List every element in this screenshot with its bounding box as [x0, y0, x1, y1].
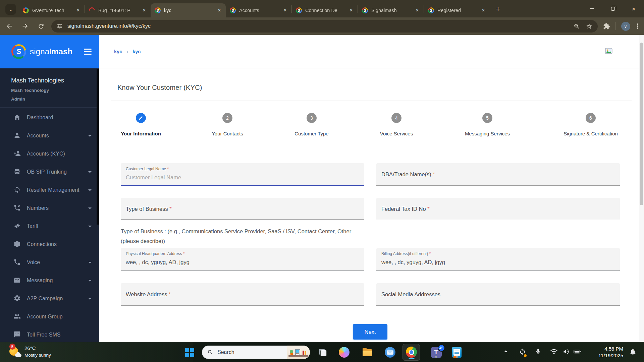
- browser-toolbar: signalmash.gventure.info/#/kyc/kyc v: [0, 17, 644, 35]
- site-settings-icon[interactable]: [57, 23, 63, 29]
- notepad-icon[interactable]: [451, 346, 463, 358]
- forward-button[interactable]: [19, 20, 32, 33]
- signalmash-favicon: [230, 7, 236, 13]
- browser-tab-signalmash[interactable]: Signalmash ×: [358, 3, 424, 17]
- tab-close-icon[interactable]: ×: [281, 7, 289, 14]
- sidebar-item-voice[interactable]: Voice: [0, 253, 99, 272]
- copilot-icon[interactable]: [338, 346, 350, 358]
- dba-trade-name-field[interactable]: DBA/Trade Name(s) *: [376, 163, 620, 186]
- sidebar-item-connections[interactable]: Connections: [0, 235, 99, 253]
- step-signature-certification[interactable]: 6 Signature & Certification: [552, 113, 629, 136]
- reload-button[interactable]: [35, 20, 47, 33]
- browser-tab-bug[interactable]: Bug #14601: P ×: [85, 3, 151, 17]
- sidebar-item-numbers[interactable]: Numbers: [0, 199, 99, 217]
- browser-tab-gventure[interactable]: GVenture Tech ×: [19, 3, 85, 17]
- chevron-down-icon: [88, 262, 92, 263]
- tray-wifi-icon[interactable]: [550, 348, 557, 357]
- tab-close-icon[interactable]: ×: [347, 7, 355, 14]
- browser-tab-accounts[interactable]: Accounts ×: [226, 3, 291, 17]
- profile-avatar[interactable]: v: [621, 22, 630, 31]
- sidebar-scrollbar-thumb[interactable]: [97, 69, 99, 225]
- tab-close-icon[interactable]: ×: [216, 7, 223, 14]
- taskbar-clock[interactable]: 4:56 PM 11/19/2025: [598, 346, 623, 359]
- breadcrumb-item[interactable]: kyc: [132, 49, 141, 54]
- billing-address-value: wee, , dc, yguyg, AD, jgyg: [381, 259, 445, 265]
- customer-legal-name-field[interactable]: Customer Legal Name * Customer Legal Nam…: [121, 163, 364, 186]
- notification-bell-icon[interactable]: zz: [629, 348, 637, 357]
- tab-close-icon[interactable]: ×: [141, 7, 148, 14]
- sidebar-item-ob-sip-trunking[interactable]: OB SIP Trunking: [0, 163, 99, 181]
- step-your-contacts[interactable]: 2 Your Contacts: [189, 113, 266, 136]
- minimize-button[interactable]: [582, 0, 602, 17]
- browser-menu-icon[interactable]: [636, 22, 639, 30]
- teams-icon[interactable]: T45: [430, 346, 442, 358]
- tab-close-icon[interactable]: ×: [74, 7, 82, 14]
- step-your-information[interactable]: Your Information: [102, 113, 179, 136]
- content-header: kyc › kyc: [99, 35, 639, 68]
- page-scrollbar[interactable]: [639, 35, 644, 342]
- start-button[interactable]: [185, 348, 194, 357]
- profile-image-icon[interactable]: [605, 47, 613, 56]
- browser-tab-connection[interactable]: Connection De ×: [292, 3, 358, 17]
- tab-close-icon[interactable]: ×: [414, 7, 421, 14]
- website-address-field[interactable]: Website Address *: [121, 283, 364, 306]
- tray-microphone-icon[interactable]: [535, 348, 541, 356]
- restore-button[interactable]: [602, 0, 623, 17]
- sidebar-item-accounts[interactable]: Accounts: [0, 127, 99, 145]
- file-explorer-icon[interactable]: [361, 346, 373, 358]
- tray-chevron-up-icon[interactable]: [502, 348, 509, 356]
- thunderbird-icon[interactable]: [384, 346, 396, 358]
- type-of-business-field[interactable]: Type of Business *: [121, 198, 364, 220]
- new-tab-button[interactable]: +: [493, 4, 503, 14]
- sidebar-item-toll-free-sms[interactable]: Toll Free SMS: [0, 326, 99, 342]
- hamburger-menu-icon[interactable]: [84, 49, 92, 55]
- federal-tax-id-field[interactable]: Federal Tax ID No *: [376, 198, 620, 220]
- social-media-addresses-field[interactable]: Social Media Addresses: [376, 283, 620, 306]
- next-button[interactable]: Next: [353, 324, 387, 340]
- weather-badge: 5: [9, 344, 15, 350]
- sidebar-divider: [0, 107, 99, 108]
- browser-tab-registered[interactable]: Registered ×: [424, 3, 490, 17]
- zoom-out-icon[interactable]: [574, 23, 580, 29]
- title-divider: [111, 101, 632, 101]
- back-button[interactable]: [3, 20, 16, 33]
- task-view-button[interactable]: [317, 346, 329, 358]
- address-bar[interactable]: signalmash.gventure.info/#/kyc/kyc: [51, 20, 598, 33]
- billing-address-field[interactable]: Billing Address(if different) * wee, , d…: [376, 248, 620, 270]
- tab-search-button[interactable]: ⌄: [5, 4, 16, 15]
- sync-icon: [13, 186, 21, 194]
- weather-temp: 26°C: [24, 345, 51, 351]
- extensions-icon[interactable]: [603, 23, 610, 30]
- sidebar-item-messaging[interactable]: Messaging: [0, 272, 99, 290]
- sidebar-item-a2p-campaign[interactable]: A2P Campaign: [0, 290, 99, 308]
- mail-icon: [13, 277, 21, 285]
- tray-battery-icon[interactable]: [574, 348, 582, 356]
- tray-update-icon[interactable]: [519, 348, 526, 357]
- step-active-dot[interactable]: [136, 113, 146, 123]
- kyc-stepper: Your Information 2 Your Contacts 3 Custo…: [99, 113, 639, 140]
- org-role: Admin: [11, 97, 99, 102]
- sidebar-item-dashboard[interactable]: Dashboard: [0, 109, 99, 127]
- brand-name: signalmash: [30, 47, 72, 56]
- chrome-taskbar-active[interactable]: [402, 344, 420, 361]
- taskbar-search[interactable]: Search: [202, 346, 310, 359]
- close-button[interactable]: ×: [623, 0, 644, 17]
- sidebar-item-accounts-kyc[interactable]: Accounts (KYC): [0, 145, 99, 163]
- url-text[interactable]: signalmash.gventure.info/#/kyc/kyc: [67, 23, 151, 29]
- tab-title: Accounts: [239, 8, 279, 13]
- sidebar-item-tariff[interactable]: Tariff: [0, 217, 99, 235]
- tab-close-icon[interactable]: ×: [480, 7, 487, 14]
- sidebar-item-reseller-management[interactable]: Reseller Management: [0, 181, 99, 199]
- redmine-favicon: [88, 6, 96, 14]
- breadcrumb-item[interactable]: kyc: [114, 49, 122, 54]
- sidebar-item-account-group[interactable]: Account Group: [0, 308, 99, 326]
- step-voice-services[interactable]: 4 Voice Services: [358, 113, 435, 136]
- step-customer-type[interactable]: 3 Customer Type: [273, 113, 350, 136]
- browser-tab-kyc-active[interactable]: kyc ×: [151, 3, 226, 17]
- step-messaging-services[interactable]: 5 Messaging Services: [449, 113, 526, 136]
- physical-headquarters-address-field[interactable]: Physical Headquarters Address * wee, , d…: [121, 248, 364, 270]
- tray-volume-icon[interactable]: [563, 348, 570, 356]
- page-scrollbar-thumb[interactable]: [640, 43, 643, 205]
- bookmark-star-icon[interactable]: [586, 23, 592, 29]
- weather-widget[interactable]: 5 26°C Mostly sunny: [9, 345, 51, 358]
